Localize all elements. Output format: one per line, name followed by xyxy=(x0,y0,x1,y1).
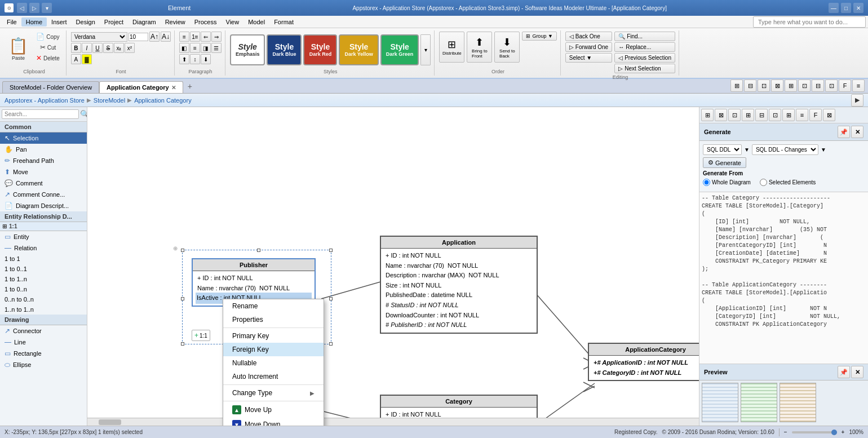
highlight-button[interactable]: ▓ xyxy=(82,54,92,64)
handle-ml[interactable] xyxy=(181,297,184,300)
replace-button[interactable]: ↔Replace... xyxy=(614,42,675,52)
diagram-tool-10[interactable]: ≡ xyxy=(852,79,865,92)
send-to-back-button[interactable]: ⬇ Send toBack xyxy=(494,32,520,63)
menu-model[interactable]: Model xyxy=(243,17,269,26)
ctx-move-up[interactable]: ▲ Move Up xyxy=(223,402,324,417)
rp-tool-3[interactable]: ⊡ xyxy=(728,109,741,121)
whole-diagram-radio[interactable] xyxy=(703,179,710,186)
menu-review[interactable]: Review xyxy=(161,17,190,26)
valign-mid-button[interactable]: ↕ xyxy=(190,54,200,64)
strikethrough-button[interactable]: S xyxy=(103,43,113,53)
copy-button[interactable]: 📄 Copy xyxy=(33,32,63,42)
recent-btn[interactable]: ▾ xyxy=(42,3,52,13)
ctx-auto-increment[interactable]: Auto Increment xyxy=(223,370,324,383)
tab-application-category[interactable]: Application Category ✕ xyxy=(99,81,183,93)
entity-application-category[interactable]: ApplicationCategory +# ApplicationID : i… xyxy=(588,343,699,381)
maximize-btn[interactable]: □ xyxy=(841,3,851,13)
ctx-change-type[interactable]: Change Type ▶ xyxy=(223,386,324,400)
search-button[interactable]: 🔍 xyxy=(79,109,87,120)
font-family-select[interactable]: Verdana xyxy=(71,32,127,42)
diagram-tool-5[interactable]: ⊞ xyxy=(785,79,797,92)
style-dark-blue-button[interactable]: Style Dark Blue xyxy=(267,34,302,65)
cut-button[interactable]: ✂ Cut xyxy=(33,42,63,52)
panel-item-1nto1n[interactable]: 1..n to 1..n xyxy=(0,304,87,315)
diagram-scrollbar-h[interactable] xyxy=(87,418,699,426)
search-input[interactable] xyxy=(2,109,79,119)
font-color-button[interactable]: A xyxy=(71,54,81,64)
diagram-tool-3[interactable]: ⊡ xyxy=(758,79,770,92)
handle-tr[interactable] xyxy=(329,249,333,252)
rp-tool-7[interactable]: ⊞ xyxy=(782,109,795,121)
menu-design[interactable]: Design xyxy=(72,17,100,26)
preview-thumb-1[interactable] xyxy=(702,383,738,422)
close-btn[interactable]: ✕ xyxy=(853,3,863,13)
font-size-input[interactable] xyxy=(129,33,148,41)
list-bullet-button[interactable]: ≡ xyxy=(179,32,189,42)
rp-tool-6[interactable]: ⊡ xyxy=(769,109,781,121)
scroll-thumb-h[interactable] xyxy=(99,419,121,425)
sql-ddl-select[interactable]: SQL DDL xyxy=(703,144,742,155)
zoom-plus-button[interactable]: + xyxy=(842,429,845,435)
distribute-button[interactable]: ⊞ Distribute xyxy=(439,32,464,63)
panel-item-pan[interactable]: ✋ Pan xyxy=(0,144,87,155)
shrink-font-button[interactable]: A↓ xyxy=(161,32,171,42)
align-center-button[interactable]: ≡ xyxy=(190,43,200,53)
ctx-nullable[interactable]: Nullable xyxy=(223,356,324,370)
panel-item-move[interactable]: ⬆ Move xyxy=(0,166,87,178)
preview-pin-button[interactable]: 📌 xyxy=(838,366,850,378)
rp-tool-5[interactable]: ⊟ xyxy=(755,109,768,121)
generate-pin-button[interactable]: 📌 xyxy=(838,126,850,138)
menu-insert[interactable]: Insert xyxy=(47,17,72,26)
sql-ddl-changes-select[interactable]: SQL DDL - Changes xyxy=(752,144,818,155)
panel-item-rectangle[interactable]: ▭ Rectangle xyxy=(0,348,87,359)
selected-elements-radio[interactable] xyxy=(760,179,767,186)
ctx-foreign-key[interactable]: Foreign Key xyxy=(223,343,324,356)
style-dark-green-button[interactable]: Style Dark Green xyxy=(380,34,419,65)
command-search[interactable] xyxy=(753,16,866,28)
breadcrumb-appstorex[interactable]: Appstorex - Application Store xyxy=(5,97,85,104)
paste-button[interactable]: 📋Paste xyxy=(6,32,31,65)
prev-selection-button[interactable]: ◁Previous Selection xyxy=(614,53,675,63)
panel-item-selection[interactable]: ↖ Selection xyxy=(0,132,87,144)
delete-button[interactable]: ✕ Delete xyxy=(33,53,63,63)
menu-process[interactable]: Process xyxy=(190,17,222,26)
rp-tool-2[interactable]: ⊠ xyxy=(715,109,727,121)
panel-item-freehand[interactable]: ✏ Freehand Path xyxy=(0,155,87,166)
tab-add-button[interactable]: + xyxy=(183,79,197,93)
menu-project[interactable]: Project xyxy=(100,17,128,26)
group-button[interactable]: ⊞Group ▼ xyxy=(522,32,556,41)
list-number-button[interactable]: 1≡ xyxy=(190,32,200,42)
forward-one-button[interactable]: ▷Forward One xyxy=(565,42,612,52)
panel-item-diagram-desc[interactable]: 📄 Diagram Descript... xyxy=(0,200,87,211)
ctx-primary-key[interactable]: Primary Key xyxy=(223,329,324,343)
panel-item-1to1n[interactable]: 1 to 1..n xyxy=(0,274,87,284)
subscript-button[interactable]: x₂ xyxy=(114,43,124,53)
zoom-minus-button[interactable]: − xyxy=(784,429,787,435)
minimize-btn[interactable]: — xyxy=(829,3,839,13)
diagram-tool-9[interactable]: F xyxy=(839,79,851,92)
preview-close-button[interactable]: ✕ xyxy=(851,366,863,378)
forward-btn[interactable]: ▷ xyxy=(29,3,39,13)
tab-storemodel[interactable]: StoreModel - Folder Overview xyxy=(2,81,99,93)
panel-item-relation[interactable]: — Relation xyxy=(0,242,87,254)
panel-item-1to0n[interactable]: 1 to 0..n xyxy=(0,284,87,294)
panel-item-0nto0n[interactable]: 0..n to 0..n xyxy=(0,294,87,304)
back-btn[interactable]: ◁ xyxy=(17,3,27,13)
panel-item-entity[interactable]: ▭ Entity xyxy=(0,231,87,242)
code-area[interactable]: -- Table Category -------------------- C… xyxy=(699,192,868,364)
menu-diagram[interactable]: Diagram xyxy=(128,17,161,26)
valign-top-button[interactable]: ⬆ xyxy=(179,54,189,64)
panel-item-1to01[interactable]: 1 to 0..1 xyxy=(0,264,87,274)
panel-item-comment[interactable]: 💬 Comment xyxy=(0,178,87,189)
panel-item-ellipse[interactable]: ⬭ Ellipse xyxy=(0,359,87,370)
preview-thumb-2[interactable] xyxy=(741,383,777,422)
select-dropdown[interactable]: Select ▼ xyxy=(565,53,612,63)
bring-to-front-button[interactable]: ⬆ Bring toFront xyxy=(467,32,492,63)
diagram-tool-1[interactable]: ⊞ xyxy=(730,79,743,92)
bold-button[interactable]: B xyxy=(71,43,81,53)
panel-item-1to1[interactable]: 1 to 1 xyxy=(0,254,87,264)
diagram-tool-8[interactable]: ⊡ xyxy=(825,79,838,92)
ctx-move-down[interactable]: ▼ Move Down xyxy=(223,417,324,426)
diagram-tool-2[interactable]: ⊟ xyxy=(744,79,756,92)
panel-item-connector[interactable]: ↗ Connector xyxy=(0,325,87,337)
